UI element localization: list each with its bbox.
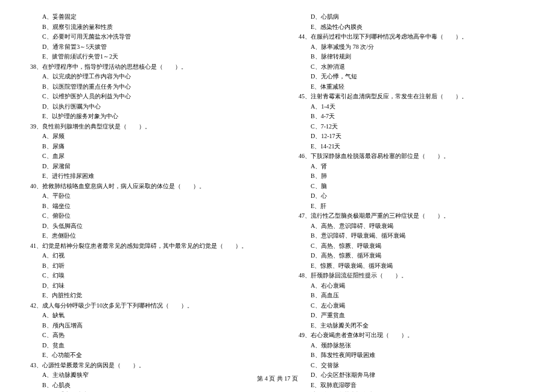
option-text: D、幻味 (24, 281, 262, 291)
question-text: 47、流行性乙型脑炎极期最严重的三种症状是（ ）。 (293, 211, 531, 221)
question-text: 41、幻觉是精神分裂症患者最常见的感知觉障碍，其中最常见的幻觉是（ ）。 (24, 241, 262, 251)
option-text: D、心肌病 (293, 12, 531, 22)
option-text: E、心功能不全 (24, 350, 262, 361)
option-text: C、脑 (293, 182, 531, 192)
option-text: D、尿潴留 (24, 162, 262, 172)
option-text: A、肾 (293, 162, 531, 172)
option-text: B、高血压 (293, 291, 531, 301)
option-text: A、右心衰竭 (293, 281, 531, 291)
option-text: E、主动脉瓣关闭不全 (293, 321, 531, 331)
option-text: C、左心衰竭 (293, 301, 531, 311)
option-text: D、12-17天 (293, 131, 531, 142)
question-text: 40、抢救肺结核咯血窒息病人时，病人应采取的体位是（ ）。 (24, 182, 262, 192)
option-text: E、拔管前须试行夹管1～2天 (24, 52, 262, 62)
option-text: E、14-21天 (293, 142, 531, 152)
option-text: B、意识障碍、呼吸衰竭、循环衰竭 (293, 231, 531, 241)
option-text: B、幻听 (24, 261, 262, 271)
option-text: D、头低脚高位 (24, 221, 262, 232)
option-text: A、脉率减慢为 78 次/分 (293, 42, 531, 52)
question-text: 43、心源性晕厥最常见的病因是（ ）。 (24, 361, 262, 371)
option-text: E、患侧卧位 (24, 231, 262, 241)
option-text: A、幻视 (24, 251, 262, 261)
option-text: A、平卧位 (24, 191, 262, 201)
option-text: A、缺氧 (24, 311, 262, 321)
question-text: 38、在护理程序中，指导护理活动的思想核心是（ ）。 (24, 62, 262, 72)
option-text: B、肺 (293, 171, 531, 182)
option-text: D、高热、惊厥、循环衰竭 (293, 251, 531, 261)
option-text: E、肝 (293, 201, 531, 212)
option-text: C、以维护医护人员的利益为中心 (24, 92, 262, 102)
question-text: 46、下肢深静脉血栓脱落最容易栓塞的部位是（ ）。 (293, 151, 531, 162)
option-text: E、进行性排尿困难 (24, 171, 262, 182)
option-text: D、贫血 (24, 341, 262, 351)
option-text: E、内脏性幻觉 (24, 291, 262, 301)
question-text: 48、肝颈静脉回流征阳性提示（ ）。 (293, 271, 531, 281)
option-text: B、观察引流液的量和性质 (24, 22, 262, 33)
option-text: C、交替脉 (293, 361, 531, 371)
option-text: C、俯卧位 (24, 211, 262, 221)
option-text: E、惊厥、呼吸衰竭、循环衰竭 (293, 261, 531, 271)
page-footer: 第 4 页 共 17 页 (0, 375, 555, 383)
option-text: B、以医院管理的重点任务为中心 (24, 82, 262, 92)
option-text: E、感染性心内膜炎 (293, 22, 531, 33)
option-text: B、尿痛 (24, 142, 262, 152)
option-text: B、脉律转规则 (293, 52, 531, 62)
option-text: D、通常留置3～5天拔管 (24, 42, 262, 52)
option-text: A、妥善固定 (24, 12, 262, 22)
option-text: B、4-7天 (293, 112, 531, 122)
option-text: B、端坐位 (24, 201, 262, 212)
option-text: A、尿频 (24, 131, 262, 142)
question-text: 45、注射青霉素引起血清病型反应，常发生在注射后（ ）。 (293, 92, 531, 102)
option-text: C、高热 (24, 330, 262, 341)
option-text: D、以执行医嘱为中心 (24, 102, 262, 112)
question-text: 39、良性前列腺增生的典型症状是（ ）。 (24, 122, 262, 132)
option-text: C、幻嗅 (24, 271, 262, 281)
question-text: 44、在服药过程中出现下列哪种情况考虑地高辛中毒（ ）。 (293, 32, 531, 42)
right-column: D、心肌病E、感染性心内膜炎44、在服药过程中出现下列哪种情况考虑地高辛中毒（ … (293, 12, 531, 392)
option-text: B、阵发性夜间呼吸困难 (293, 350, 531, 361)
option-text: C、水肿消退 (293, 62, 531, 72)
option-text: A、颈静脉怒张 (293, 341, 531, 351)
option-text: C、高热、惊厥、呼吸衰竭 (293, 241, 531, 251)
option-text: C、必要时可用无菌盐水冲洗导管 (24, 32, 262, 42)
question-text: 49、右心衰竭患者查体时可出现（ ）。 (293, 330, 531, 341)
option-text: A、1-4天 (293, 102, 531, 112)
option-text: E、以护理的服务对象为中心 (24, 112, 262, 122)
option-text: E、体重减轻 (293, 82, 531, 92)
option-text: B、颅内压增高 (24, 321, 262, 331)
option-text: C、血尿 (24, 151, 262, 162)
question-text: 42、成人每分钟呼吸少于10次多见于下列哪种情况（ ）。 (24, 301, 262, 311)
option-text: D、无心悸，气短 (293, 72, 531, 82)
option-text: D、严重贫血 (293, 311, 531, 321)
option-text: A、高热、意识障碍、呼吸衰竭 (293, 221, 531, 232)
left-column: A、妥善固定B、观察引流液的量和性质C、必要时可用无菌盐水冲洗导管D、通常留置3… (24, 12, 262, 392)
option-text: A、以完成的护理工作内容为中心 (24, 72, 262, 82)
two-column-layout: A、妥善固定B、观察引流液的量和性质C、必要时可用无菌盐水冲洗导管D、通常留置3… (24, 12, 531, 392)
option-text: C、7-12天 (293, 122, 531, 132)
option-text: D、心 (293, 191, 531, 201)
